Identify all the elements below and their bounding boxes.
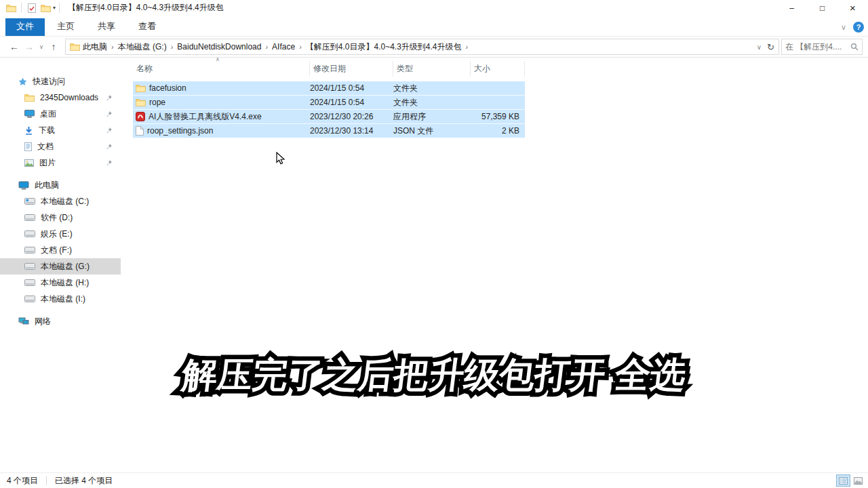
breadcrumb-separator-icon: ›	[264, 43, 269, 51]
sidebar-item-label: 本地磁盘 (G:)	[41, 261, 90, 272]
breadcrumb-aiface[interactable]: AIface	[269, 42, 298, 52]
file-row[interactable]: roop_settings.json 2023/12/30 13:14 JSON…	[133, 124, 525, 138]
sidebar-item-label: 软件 (D:)	[41, 212, 73, 224]
navigation-bar: ← → ∨ ↑ 此电脑 › 本地磁盘 (G:) › BaiduNetdiskDo…	[0, 37, 868, 58]
search-icon[interactable]	[850, 43, 859, 51]
drive-icon	[24, 296, 35, 302]
main-area: 快速访问 2345Downloads 桌面 下载 文档	[0, 58, 868, 472]
sidebar-item-drive-c[interactable]: 本地磁盘 (C:)	[0, 193, 121, 209]
application-icon	[136, 112, 145, 121]
file-name: roop_settings.json	[147, 126, 213, 136]
sidebar-item-label: 桌面	[40, 108, 56, 120]
tab-home[interactable]: 主页	[46, 18, 85, 36]
drive-icon	[24, 247, 35, 253]
breadcrumb-drive-g[interactable]: 本地磁盘 (G:)	[115, 41, 170, 53]
sidebar-item-drive-g[interactable]: 本地磁盘 (G:)	[0, 258, 121, 274]
pin-icon[interactable]	[106, 127, 113, 134]
sidebar-this-pc[interactable]: 此电脑	[0, 177, 121, 193]
forward-button[interactable]: →	[22, 41, 37, 52]
breadcrumb-current-folder[interactable]: 【解压到4.0目录】4.0~4.3升级到4.4升级包	[303, 41, 465, 53]
up-button[interactable]: ↑	[46, 41, 61, 52]
document-icon	[24, 142, 32, 151]
search-input[interactable]	[785, 42, 850, 52]
sidebar-item-label: 本地磁盘 (C:)	[41, 196, 89, 207]
pictures-icon	[24, 159, 34, 167]
folder-icon	[136, 84, 146, 92]
address-folder-icon	[70, 43, 80, 51]
file-row[interactable]: facefusion 2024/1/15 0:54 文件夹	[133, 81, 525, 96]
tab-share[interactable]: 共享	[87, 18, 126, 36]
folder-icon	[24, 94, 35, 102]
address-bar[interactable]: 此电脑 › 本地磁盘 (G:) › BaiduNetdiskDownload ›…	[65, 39, 779, 55]
maximize-button[interactable]: □	[807, 0, 837, 16]
sidebar-item-drive-i[interactable]: 本地磁盘 (I:)	[0, 291, 121, 307]
sidebar-item-downloads[interactable]: 下载	[0, 122, 121, 138]
column-header-date[interactable]: 修改日期	[310, 61, 393, 77]
breadcrumb-separator-icon: ›	[465, 43, 470, 51]
sidebar-item-label: 下载	[39, 125, 55, 136]
details-view-button[interactable]	[837, 475, 850, 486]
sidebar-item-label: 2345Downloads	[40, 93, 98, 102]
column-header-size[interactable]: 大小	[471, 61, 525, 77]
sidebar-item-label: 文档 (F:)	[41, 245, 72, 256]
help-icon[interactable]: ?	[853, 22, 864, 33]
address-history-dropdown[interactable]: ∨	[757, 43, 762, 51]
sidebar-label: 此电脑	[35, 180, 59, 191]
sidebar-item-documents[interactable]: 文档	[0, 138, 121, 155]
pin-icon[interactable]	[106, 159, 113, 166]
breadcrumb-baidunetdiskdownload[interactable]: BaiduNetdiskDownload	[174, 42, 264, 52]
sidebar-item-2345downloads[interactable]: 2345Downloads	[0, 89, 121, 106]
sidebar-item-drive-d[interactable]: 软件 (D:)	[0, 209, 121, 226]
drive-icon	[24, 230, 35, 237]
sidebar-item-label: 图片	[39, 157, 56, 169]
breadcrumb-separator-icon: ›	[298, 43, 303, 51]
navigation-pane: 快速访问 2345Downloads 桌面 下载 文档	[0, 58, 121, 472]
minimize-button[interactable]: –	[776, 0, 807, 16]
sidebar-label: 网络	[35, 316, 51, 327]
recent-locations-dropdown[interactable]: ∨	[37, 43, 46, 50]
sidebar-item-desktop[interactable]: 桌面	[0, 106, 121, 122]
drive-icon	[24, 263, 35, 270]
breadcrumb-this-pc[interactable]: 此电脑	[80, 41, 110, 53]
file-size: 2 KB	[471, 126, 525, 136]
column-header-name[interactable]: 名称	[133, 61, 310, 77]
sidebar-network[interactable]: 网络	[0, 313, 121, 329]
collapse-ribbon-icon[interactable]: ∨	[841, 23, 846, 32]
back-button[interactable]: ←	[7, 41, 22, 52]
search-box[interactable]	[781, 39, 863, 55]
tab-file[interactable]: 文件	[5, 18, 45, 36]
sidebar-item-pictures[interactable]: 图片	[0, 155, 121, 171]
pin-icon[interactable]	[106, 110, 113, 117]
breadcrumb-separator-icon: ›	[110, 43, 115, 51]
desktop-icon	[24, 110, 35, 118]
close-button[interactable]: ×	[837, 0, 868, 16]
folder-icon	[136, 98, 146, 106]
ribbon: 文件 主页 共享 查看 ∨ ?	[0, 16, 868, 37]
sidebar-quick-access[interactable]: 快速访问	[0, 73, 121, 89]
properties-quick-button[interactable]	[25, 1, 39, 15]
pin-icon[interactable]	[106, 143, 113, 150]
divider	[46, 476, 47, 485]
drive-icon	[24, 198, 35, 205]
sidebar-item-drive-h[interactable]: 本地磁盘 (H:)	[0, 274, 121, 291]
new-folder-quick-button[interactable]	[39, 1, 52, 15]
file-row[interactable]: rope 2024/1/15 0:54 文件夹	[133, 96, 525, 110]
file-list-pane: ∧ 名称 修改日期 类型 大小 facefusion 2024/1/15 0:5…	[121, 58, 868, 472]
column-header-type[interactable]: 类型	[393, 61, 471, 77]
breadcrumb-separator-icon: ›	[170, 43, 175, 51]
large-icons-view-button[interactable]	[852, 475, 865, 486]
quick-access-star-icon	[18, 77, 27, 86]
pin-icon[interactable]	[106, 94, 113, 101]
selected-count: 已选择 4 个项目	[55, 475, 113, 487]
refresh-icon[interactable]: ↻	[767, 42, 774, 52]
file-row[interactable]: AI人脸替换工具离线版V4.4.exe 2023/12/30 20:26 应用程…	[133, 110, 525, 124]
tab-view[interactable]: 查看	[127, 18, 167, 36]
mouse-cursor	[276, 152, 285, 165]
file-date: 2023/12/30 20:26	[310, 112, 393, 121]
customize-quick-access-dropdown[interactable]: ▾	[53, 5, 56, 11]
sidebar-item-drive-e[interactable]: 娱乐 (E:)	[0, 226, 121, 242]
sidebar-item-drive-f[interactable]: 文档 (F:)	[0, 242, 121, 258]
file-name: facefusion	[149, 83, 186, 93]
explorer-app-icon	[4, 1, 18, 15]
drive-icon	[24, 279, 35, 286]
